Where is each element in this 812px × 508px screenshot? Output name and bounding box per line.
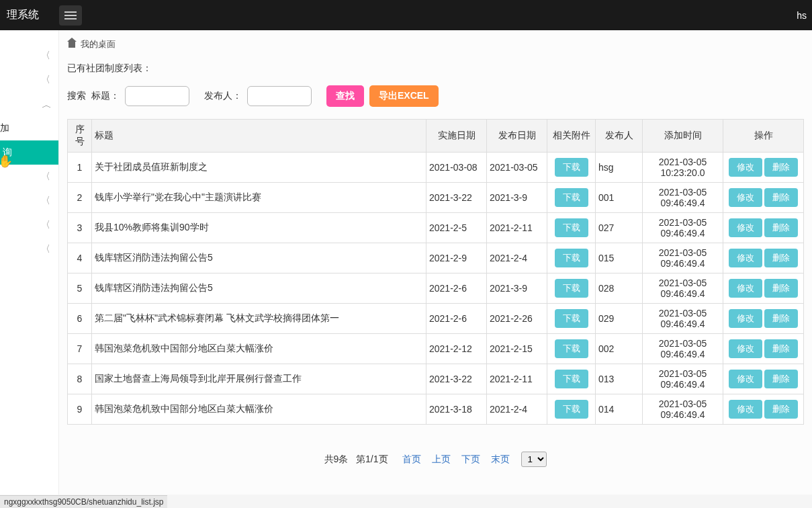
modify-button[interactable]: 修改 bbox=[729, 158, 762, 177]
cell-title: 我县10%教师将集训90学时 bbox=[92, 213, 426, 243]
search-publisher-input[interactable] bbox=[247, 86, 312, 106]
table-row: 3我县10%教师将集训90学时2021-2-52021-2-11下载027202… bbox=[68, 213, 804, 243]
modify-button[interactable]: 修改 bbox=[729, 339, 762, 358]
data-table: 序号 标题 实施日期 发布日期 相关附件 发布人 添加时间 操作 1关于社团成员… bbox=[67, 119, 804, 425]
table-row: 2钱库小学举行"党在我心中"主题演讲比赛2021-3-222021-3-9下载0… bbox=[68, 183, 804, 213]
delete-button[interactable]: 删除 bbox=[764, 249, 798, 267]
modify-button[interactable]: 修改 bbox=[729, 279, 762, 298]
sidebar-item[interactable]: 询✋ bbox=[0, 140, 58, 165]
user-label: hs bbox=[797, 10, 807, 21]
chevron-left-icon: 〈 bbox=[41, 171, 50, 183]
cell-publisher: 029 bbox=[596, 304, 643, 334]
cell-title: 关于社团成员值班新制度之 bbox=[92, 153, 426, 183]
download-button[interactable]: 下载 bbox=[555, 158, 588, 177]
chevron-left-icon: 〈 bbox=[41, 219, 50, 231]
download-button[interactable]: 下载 bbox=[555, 400, 588, 419]
page-last-link[interactable]: 末页 bbox=[491, 454, 510, 464]
sidebar-item[interactable]: 〈 bbox=[0, 165, 58, 189]
breadcrumb-label: 我的桌面 bbox=[81, 38, 116, 50]
cell-ops: 修改 删除 bbox=[723, 273, 804, 304]
download-button[interactable]: 下载 bbox=[555, 339, 588, 358]
delete-button[interactable]: 删除 bbox=[764, 279, 798, 298]
sidebar-item[interactable]: 〈 bbox=[0, 237, 58, 261]
download-button[interactable]: 下载 bbox=[555, 309, 588, 328]
modify-button[interactable]: 修改 bbox=[729, 249, 762, 267]
cell-impl-date: 2021-2-5 bbox=[426, 213, 487, 243]
download-button[interactable]: 下载 bbox=[555, 218, 588, 237]
cell-attachment: 下载 bbox=[547, 364, 596, 394]
cell-title: 第二届"飞林杯"武术锦标赛闭幕 飞林文武学校摘得团体第一 bbox=[92, 304, 426, 334]
home-icon bbox=[67, 40, 77, 48]
delete-button[interactable]: 删除 bbox=[764, 339, 798, 358]
cell-idx: 9 bbox=[68, 394, 92, 425]
page-next-link[interactable]: 下页 bbox=[461, 454, 480, 464]
delete-button[interactable]: 删除 bbox=[764, 370, 798, 388]
cell-add-time: 2021-03-0509:46:49.4 bbox=[643, 334, 723, 364]
page-prev-link[interactable]: 上页 bbox=[432, 454, 451, 464]
table-row: 7韩国泡菜危机致中国部分地区白菜大幅涨价2021-2-122021-2-15下载… bbox=[68, 334, 804, 364]
download-button[interactable]: 下载 bbox=[555, 279, 588, 298]
cell-title: 韩国泡菜危机致中国部分地区白菜大幅涨价 bbox=[92, 394, 426, 425]
publisher-label: 发布人： bbox=[204, 90, 242, 102]
download-button[interactable]: 下载 bbox=[555, 249, 588, 267]
delete-button[interactable]: 删除 bbox=[764, 158, 798, 177]
delete-button[interactable]: 删除 bbox=[764, 188, 798, 207]
pagination: 共9条 第1/1页 首页 上页 下页 末页 1 bbox=[67, 425, 804, 474]
modify-button[interactable]: 修改 bbox=[729, 309, 762, 328]
download-button[interactable]: 下载 bbox=[555, 188, 588, 207]
cell-pub-date: 2021-2-11 bbox=[487, 213, 547, 243]
download-button[interactable]: 下载 bbox=[555, 370, 588, 388]
table-row: 5钱库辖区消防违法拘留公告52021-2-62021-3-9下载0282021-… bbox=[68, 273, 804, 304]
modify-button[interactable]: 修改 bbox=[729, 400, 762, 419]
cell-idx: 3 bbox=[68, 213, 92, 243]
list-caption: 已有社团制度列表： bbox=[67, 58, 804, 85]
cell-publisher: 015 bbox=[596, 243, 643, 273]
cell-add-time: 2021-03-0509:46:49.4 bbox=[643, 304, 723, 334]
page-first-link[interactable]: 首页 bbox=[402, 454, 421, 464]
modify-button[interactable]: 修改 bbox=[729, 370, 762, 388]
delete-button[interactable]: 删除 bbox=[764, 400, 798, 419]
cell-pub-date: 2021-2-26 bbox=[487, 304, 547, 334]
sidebar-item[interactable]: 〈 bbox=[0, 68, 58, 92]
cell-impl-date: 2021-2-9 bbox=[426, 243, 487, 273]
cell-attachment: 下载 bbox=[547, 273, 596, 304]
delete-button[interactable]: 删除 bbox=[764, 218, 798, 237]
cell-idx: 8 bbox=[68, 364, 92, 394]
chevron-left-icon: 〈 bbox=[41, 74, 50, 86]
cell-publisher: 001 bbox=[596, 183, 643, 213]
cell-attachment: 下载 bbox=[547, 394, 596, 425]
table-row: 6第二届"飞林杯"武术锦标赛闭幕 飞林文武学校摘得团体第一2021-2-6202… bbox=[68, 304, 804, 334]
cell-impl-date: 2021-2-12 bbox=[426, 334, 487, 364]
modify-button[interactable]: 修改 bbox=[729, 188, 762, 207]
cell-idx: 4 bbox=[68, 243, 92, 273]
sidebar-item[interactable]: 加 bbox=[0, 116, 58, 140]
cell-pub-date: 2021-3-9 bbox=[487, 183, 547, 213]
sidebar-item[interactable]: 〈 bbox=[0, 44, 58, 68]
page-select[interactable]: 1 bbox=[521, 452, 547, 467]
cell-idx: 2 bbox=[68, 183, 92, 213]
sidebar-item[interactable]: 〈 bbox=[0, 189, 58, 213]
sidebar-item[interactable]: 〈 bbox=[0, 92, 58, 116]
search-title-input[interactable] bbox=[125, 86, 189, 106]
cell-ops: 修改 删除 bbox=[723, 364, 804, 394]
cell-pub-date: 2021-3-9 bbox=[487, 273, 547, 304]
cell-pub-date: 2021-03-05 bbox=[487, 153, 547, 183]
sidebar-item[interactable]: 〈 bbox=[0, 213, 58, 237]
modify-button[interactable]: 修改 bbox=[729, 218, 762, 237]
cell-title: 国家土地督查上海局领导到北岸开展例行督查工作 bbox=[92, 364, 426, 394]
cell-title: 韩国泡菜危机致中国部分地区白菜大幅涨价 bbox=[92, 334, 426, 364]
search-button[interactable]: 查找 bbox=[326, 85, 364, 107]
chevron-down-icon: 〈 bbox=[40, 99, 52, 109]
breadcrumb: 我的桌面 bbox=[67, 36, 804, 58]
menu-toggle-button[interactable] bbox=[59, 5, 82, 26]
col-idx: 序号 bbox=[68, 120, 92, 153]
export-excel-button[interactable]: 导出EXCEL bbox=[369, 85, 439, 107]
delete-button[interactable]: 删除 bbox=[764, 309, 798, 328]
top-bar: 理系统 hs bbox=[0, 0, 812, 30]
cell-impl-date: 2021-3-18 bbox=[426, 394, 487, 425]
cell-publisher: hsg bbox=[596, 153, 643, 183]
title-label: 标题： bbox=[91, 90, 120, 102]
table-row: 9韩国泡菜危机致中国部分地区白菜大幅涨价2021-3-182021-2-4下载0… bbox=[68, 394, 804, 425]
cell-publisher: 027 bbox=[596, 213, 643, 243]
cell-title: 钱库辖区消防违法拘留公告5 bbox=[92, 273, 426, 304]
